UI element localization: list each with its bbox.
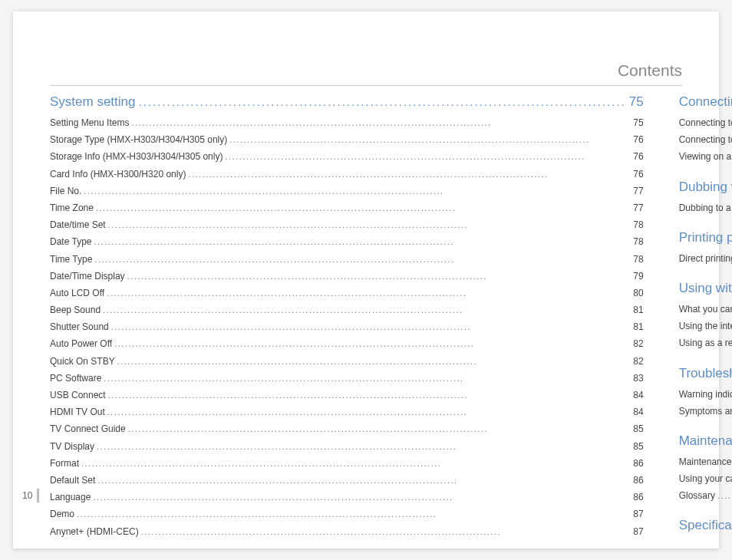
toc-entry-label: Auto LCD Off bbox=[50, 285, 104, 301]
leader-dots: ........................................… bbox=[229, 132, 631, 147]
toc-entry[interactable]: Setting Menu Items......................… bbox=[50, 114, 644, 131]
toc-entry-label: TV Connect Guide bbox=[50, 420, 126, 437]
toc-entry[interactable]: TV Display..............................… bbox=[50, 438, 644, 455]
toc-entry[interactable]: Using as a removable storage device.....… bbox=[679, 334, 732, 351]
toc-entry[interactable]: HDMI TV Out.............................… bbox=[50, 404, 644, 420]
leader-dots: ........................................… bbox=[96, 200, 631, 216]
leader-dots: ........................................… bbox=[139, 95, 626, 108]
toc-entry-label: Quick On STBY bbox=[50, 353, 115, 370]
toc-entry-page: 85 bbox=[633, 438, 643, 455]
toc-entry[interactable]: Connecting to a high definition TV with … bbox=[679, 114, 732, 131]
leader-dots: ........................................… bbox=[128, 421, 631, 436]
toc-section-heading[interactable]: Dubbing videos..........................… bbox=[679, 180, 732, 195]
toc-entry[interactable]: Dubbing to a VCR or DVD/HDD recorder....… bbox=[679, 199, 732, 216]
toc-entry-page: 86 bbox=[633, 472, 643, 489]
leader-dots: ........................................… bbox=[104, 371, 631, 386]
toc-entry[interactable]: Date/Time Display.......................… bbox=[50, 268, 644, 285]
leader-dots: ........................................… bbox=[107, 285, 631, 301]
toc-entry[interactable]: Glossary................................… bbox=[679, 487, 732, 504]
toc-section-title: Dubbing videos bbox=[679, 180, 732, 195]
toc-entry[interactable]: Beep Sound..............................… bbox=[50, 301, 644, 318]
toc-entry[interactable]: Using your camcorder abroad.............… bbox=[679, 470, 732, 487]
toc-entry[interactable]: Anynet+ (HDMI-CEC)......................… bbox=[50, 523, 644, 540]
toc-entry[interactable]: Using the intelli-studio program........… bbox=[679, 318, 732, 334]
toc-entry-label: Card Info (HMX-H300/H320 only) bbox=[50, 166, 186, 183]
toc-section-heading[interactable]: System setting..........................… bbox=[50, 94, 644, 110]
leader-dots: ........................................… bbox=[114, 336, 631, 351]
leader-dots: ........................................… bbox=[108, 387, 631, 403]
toc-section-heading[interactable]: Using with a Windows computer...........… bbox=[679, 281, 732, 296]
toc-columns: System setting..........................… bbox=[50, 94, 682, 525]
toc-section-title: Connecting to a TV bbox=[679, 94, 732, 110]
toc-section-page: 75 bbox=[629, 94, 644, 110]
toc-entry-page: 78 bbox=[633, 216, 643, 233]
toc-entry-page: 77 bbox=[633, 199, 643, 216]
toc-entry[interactable]: Default Set.............................… bbox=[50, 472, 644, 489]
toc-entry[interactable]: PC Software.............................… bbox=[50, 370, 644, 387]
toc-entry-label: Default Set bbox=[50, 472, 95, 489]
toc-entry-label: Storage Type (HMX-H303/H304/H305 only) bbox=[50, 131, 227, 148]
toc-section-heading[interactable]: Troubleshooting.........................… bbox=[679, 366, 732, 381]
toc-entry[interactable]: Demo....................................… bbox=[50, 506, 644, 522]
toc-entry-label: Using the intelli-studio program bbox=[679, 318, 732, 334]
toc-section-heading[interactable]: Maintenance & additional information....… bbox=[679, 433, 732, 449]
toc-entry-label: Language bbox=[50, 489, 91, 506]
toc-entry-label: Date Type bbox=[50, 233, 91, 250]
toc-entry-label: Demo bbox=[50, 506, 74, 522]
toc-entry[interactable]: Viewing on a TV screen..................… bbox=[679, 148, 732, 165]
toc-entry[interactable]: Card Info (HMX-H300/H320 only)..........… bbox=[50, 166, 644, 183]
toc-entry[interactable]: Time Type...............................… bbox=[50, 251, 644, 268]
toc-entry[interactable]: Direct printing with a pictbridge printe… bbox=[679, 250, 732, 267]
toc-entry[interactable]: Connecting to a regular TV..............… bbox=[679, 131, 732, 148]
toc-entry[interactable]: Date Type...............................… bbox=[50, 233, 644, 250]
leader-dots: ........................................… bbox=[97, 439, 631, 454]
toc-entry-label: Warning indicators and messages bbox=[679, 386, 732, 403]
leader-dots: ........................................… bbox=[131, 115, 631, 130]
toc-entry[interactable]: Date/time Set...........................… bbox=[50, 216, 644, 233]
toc-entry[interactable]: Language................................… bbox=[50, 489, 644, 506]
leader-dots: ........................................… bbox=[77, 506, 631, 522]
toc-entry-page: 78 bbox=[633, 251, 643, 268]
leader-dots: ........................................… bbox=[117, 354, 631, 369]
leader-dots: ........................................… bbox=[97, 473, 631, 488]
toc-entry-label: HDMI TV Out bbox=[50, 404, 105, 420]
toc-entry[interactable]: Shutter Sound...........................… bbox=[50, 318, 644, 335]
toc-entry[interactable]: Storage Type (HMX-H303/H304/H305 only)..… bbox=[50, 131, 644, 148]
leader-dots: ........................................… bbox=[93, 489, 631, 505]
leader-dots: ........................................… bbox=[225, 149, 631, 164]
toc-section-heading[interactable]: Printing photos.........................… bbox=[679, 230, 732, 245]
toc-entry-label: Using your camcorder abroad bbox=[679, 470, 732, 487]
toc-entry-label: Format bbox=[50, 455, 79, 472]
toc-entry-page: 79 bbox=[633, 268, 643, 285]
toc-entry-label: TV Display bbox=[50, 438, 94, 455]
toc-entry-label: Date/time Set bbox=[50, 216, 106, 233]
toc-entry-label: Symptoms and solutions bbox=[679, 403, 732, 420]
toc-entry[interactable]: Time Zone...............................… bbox=[50, 199, 644, 216]
toc-entry-label: PC Software bbox=[50, 370, 101, 387]
toc-entry[interactable]: Auto Power Off..........................… bbox=[50, 335, 644, 352]
divider bbox=[50, 85, 682, 86]
toc-entry[interactable]: Format..................................… bbox=[50, 455, 644, 472]
toc-entry[interactable]: Quick On STBY...........................… bbox=[50, 353, 644, 370]
toc-entry-page: 84 bbox=[633, 404, 643, 420]
toc-entry[interactable]: Storage Info (HMX-H303/H304/H305 only)..… bbox=[50, 148, 644, 165]
toc-entry[interactable]: USB Connect.............................… bbox=[50, 387, 644, 404]
toc-entry-page: 76 bbox=[633, 131, 643, 148]
toc-section-heading[interactable]: Connecting to a TV......................… bbox=[679, 94, 732, 110]
toc-column-left: System setting..........................… bbox=[50, 94, 644, 525]
toc-section-heading[interactable]: Specifications..........................… bbox=[679, 518, 732, 533]
toc-entry[interactable]: TV Connect Guide........................… bbox=[50, 420, 644, 437]
leader-dots: ........................................… bbox=[127, 268, 631, 284]
toc-entry[interactable]: Maintenance.............................… bbox=[679, 453, 732, 470]
leader-dots: ........................................… bbox=[94, 252, 631, 267]
toc-entry[interactable]: Warning indicators and messages.........… bbox=[679, 386, 732, 403]
toc-entry[interactable]: Auto LCD Off............................… bbox=[50, 285, 644, 301]
toc-entry-page: 82 bbox=[633, 335, 643, 352]
toc-entry-page: 83 bbox=[633, 370, 643, 387]
toc-entry[interactable]: File No.................................… bbox=[50, 183, 644, 199]
leader-dots: ........................................… bbox=[108, 217, 631, 232]
leader-dots: ........................................… bbox=[188, 166, 631, 182]
toc-entry[interactable]: What you can do with a windows computer.… bbox=[679, 301, 732, 318]
toc-entry[interactable]: Symptoms and solutions..................… bbox=[679, 403, 732, 420]
toc-entry-label: Direct printing with a pictbridge printe… bbox=[679, 250, 732, 267]
